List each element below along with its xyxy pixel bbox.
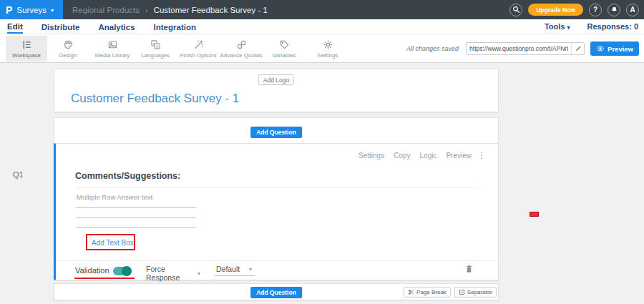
advance-quotas-icon	[236, 39, 247, 50]
answer-placeholder[interactable]: Multiple Row Answer text	[77, 193, 152, 201]
nav-tab-integration[interactable]: Integration	[154, 21, 196, 33]
upgrade-button[interactable]: Upgrade Now	[528, 4, 583, 16]
design-icon	[63, 39, 74, 50]
annotation-red-underline	[74, 278, 135, 279]
question-card: Settings Copy Logic Preview ⋮ Comments/S…	[54, 143, 499, 280]
questionpro-logo-icon: P	[6, 4, 12, 15]
survey-url-input[interactable]	[467, 45, 571, 52]
toolbar-item-media-library[interactable]: Media Library	[92, 36, 133, 62]
surveys-menu[interactable]: P Surveys ▾	[0, 0, 63, 19]
toolbar-item-languages[interactable]: Aa Languages	[135, 36, 176, 62]
product-label: Surveys	[16, 6, 47, 14]
toolbar-item-design[interactable]: Design	[47, 36, 89, 62]
toolbar-item-variables[interactable]: Variables	[263, 36, 305, 62]
answer-row-line[interactable]	[76, 217, 196, 218]
answer-row-line[interactable]	[76, 207, 196, 208]
breadcrumb-separator-icon: ›	[145, 6, 148, 14]
save-status: All changes saved	[406, 45, 459, 52]
question-settings-button[interactable]: Settings	[358, 152, 384, 160]
question-text[interactable]: Comments/Suggestions:	[75, 171, 180, 181]
add-text-box-button[interactable]: Add Text Box	[92, 239, 134, 247]
scissors-icon	[408, 289, 414, 295]
search-icon	[512, 6, 520, 14]
page-break-button[interactable]: Page Break	[404, 287, 451, 298]
add-question-strip-bottom: Add Question Page Break Separator	[54, 283, 499, 300]
kebab-menu-icon[interactable]: ⋮	[477, 150, 486, 160]
chevron-down-icon: ▾	[249, 266, 252, 273]
pencil-icon	[575, 45, 582, 52]
toolbar-right: All changes saved Preview	[406, 34, 639, 63]
media-library-icon	[107, 39, 118, 50]
eye-icon	[596, 44, 605, 53]
topbar-actions: Upgrade Now ? A	[509, 0, 639, 19]
question-actions: Settings Copy Logic Preview	[358, 152, 472, 160]
main-nav: Edit Distribute Analytics Integration To…	[0, 19, 644, 34]
separator-button[interactable]: Separator	[454, 287, 497, 298]
bell-icon	[610, 6, 618, 14]
add-question-button-bottom[interactable]: Add Question	[250, 287, 302, 298]
survey-title[interactable]: Customer Feedback Survey - 1	[71, 92, 239, 106]
chevron-down-icon: ▾	[51, 7, 54, 14]
search-button[interactable]	[509, 4, 522, 16]
question-preview-button[interactable]: Preview	[446, 152, 472, 160]
nav-tab-edit[interactable]: Edit	[7, 20, 23, 34]
languages-icon: Aa	[150, 39, 161, 50]
notifications-button[interactable]	[608, 4, 620, 16]
add-question-button-top[interactable]: Add Question	[250, 127, 302, 138]
answer-row-line[interactable]	[76, 227, 196, 228]
topbar: P Surveys ▾ Regional Products › Customer…	[0, 0, 644, 19]
survey-url-field	[466, 42, 585, 55]
edit-url-button[interactable]	[571, 43, 584, 54]
toolbar-item-advance-quotas[interactable]: Advance Quotas	[220, 36, 262, 62]
preview-button[interactable]: Preview	[590, 41, 639, 56]
toolbar-item-workspace[interactable]: Workspace	[6, 36, 47, 62]
responses-count[interactable]: Responses: 0	[587, 22, 638, 31]
survey-header-card: Add Logo Customer Feedback Survey - 1	[54, 69, 499, 112]
avatar-letter: A	[630, 6, 635, 14]
question-number: Q1	[13, 170, 24, 179]
annotation-red-dash	[530, 212, 539, 217]
workspace-icon	[21, 39, 32, 50]
breadcrumb-parent[interactable]: Regional Products	[72, 6, 140, 14]
validation-toggle[interactable]	[113, 267, 132, 275]
validation-label: Validation	[75, 266, 109, 275]
toolbar-item-settings[interactable]: Settings	[307, 36, 348, 62]
separator-checkbox-icon	[459, 289, 465, 295]
question-mark-icon: ?	[593, 6, 597, 14]
tools-menu[interactable]: Tools ▾	[545, 22, 570, 31]
svg-text:A: A	[155, 44, 158, 48]
toolbar-item-finish-options[interactable]: Finish Options	[177, 36, 219, 62]
variables-icon	[279, 39, 290, 50]
default-dropdown[interactable]: Default ▾	[215, 265, 255, 276]
force-response-dropdown[interactable]: Force Response ▾	[145, 265, 203, 285]
help-button[interactable]: ?	[589, 4, 602, 16]
chevron-down-icon: ▾	[567, 24, 570, 31]
toggle-knob	[122, 266, 132, 276]
page-element-buttons: Page Break Separator	[404, 287, 497, 298]
settings-icon	[323, 39, 333, 50]
chevron-down-icon: ▾	[197, 270, 200, 277]
add-question-strip-top: Add Question	[54, 117, 499, 143]
question-copy-button[interactable]: Copy	[394, 152, 410, 160]
finish-options-icon	[193, 39, 204, 50]
questionpro-survey-editor: P Surveys ▾ Regional Products › Customer…	[0, 0, 644, 304]
question-text-divider	[75, 187, 477, 188]
editor-toolbar: Workspace Design Media Library Aa Langua…	[0, 34, 644, 63]
nav-tab-analytics[interactable]: Analytics	[98, 21, 135, 33]
breadcrumb: Regional Products › Customer Feedback Su…	[72, 6, 268, 14]
question-footer-divider	[56, 260, 498, 261]
nav-tab-distribute[interactable]: Distribute	[42, 21, 80, 33]
nav-right: Tools ▾ Responses: 0	[545, 22, 638, 31]
breadcrumb-current: Customer Feedback Survey - 1	[154, 6, 268, 14]
add-logo-button[interactable]: Add Logo	[258, 74, 294, 85]
trash-icon	[464, 264, 474, 274]
delete-question-button[interactable]	[464, 264, 474, 277]
avatar[interactable]: A	[626, 4, 639, 16]
question-logic-button[interactable]: Logic	[420, 152, 437, 160]
